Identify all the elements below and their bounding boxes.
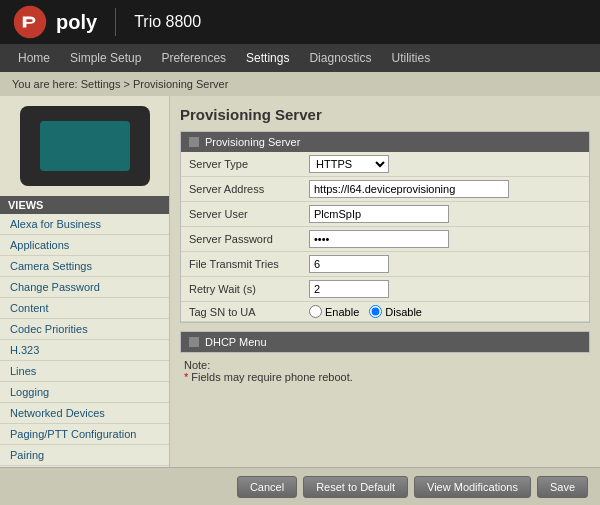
provisioning-section-title: Provisioning Server — [205, 136, 300, 148]
retry-wait-label: Retry Wait (s) — [189, 283, 309, 295]
note-text: Fields may require phone reboot. — [188, 371, 352, 383]
nav-settings[interactable]: Settings — [236, 47, 299, 69]
views-label: VIEWS — [0, 196, 169, 214]
nav-diagnostics[interactable]: Diagnostics — [299, 47, 381, 69]
sidebar-item-pairing[interactable]: Pairing — [0, 445, 169, 466]
disable-radio-label[interactable]: Disable — [369, 305, 422, 318]
server-address-label: Server Address — [189, 183, 309, 195]
file-transmit-row: File Transmit Tries — [181, 252, 589, 277]
sidebar-item-camera[interactable]: Camera Settings — [0, 256, 169, 277]
server-password-row: Server Password — [181, 227, 589, 252]
content-area: Provisioning Server Provisioning Server … — [170, 96, 600, 467]
poly-logo-icon — [12, 4, 48, 40]
retry-wait-row: Retry Wait (s) — [181, 277, 589, 302]
device-image-area — [0, 96, 169, 196]
sidebar-item-alexa[interactable]: Alexa for Business — [0, 214, 169, 235]
server-user-row: Server User — [181, 202, 589, 227]
cancel-button[interactable]: Cancel — [237, 476, 297, 498]
device-screen — [40, 121, 130, 171]
enable-label-text: Enable — [325, 306, 359, 318]
sidebar-item-paging[interactable]: Paging/PTT Configuration — [0, 424, 169, 445]
main-nav: Home Simple Setup Preferences Settings D… — [0, 44, 600, 72]
sidebar-item-logging[interactable]: Logging — [0, 382, 169, 403]
sidebar-item-networked[interactable]: Networked Devices — [0, 403, 169, 424]
sidebar-item-change-password[interactable]: Change Password — [0, 277, 169, 298]
sidebar-item-content[interactable]: Content — [0, 298, 169, 319]
server-address-row: Server Address — [181, 177, 589, 202]
server-password-label: Server Password — [189, 233, 309, 245]
footer: Cancel Reset to Default View Modificatio… — [0, 467, 600, 505]
header-divider — [115, 8, 116, 36]
dhcp-collapse-icon[interactable] — [189, 337, 199, 347]
nav-preferences[interactable]: Preferences — [151, 47, 236, 69]
sidebar-item-h323[interactable]: H.323 — [0, 340, 169, 361]
server-user-input[interactable] — [309, 205, 449, 223]
retry-wait-input[interactable] — [309, 280, 389, 298]
server-password-input[interactable] — [309, 230, 449, 248]
disable-radio[interactable] — [369, 305, 382, 318]
sidebar-item-phonelock[interactable]: Phone Lock — [0, 466, 169, 467]
server-type-label: Server Type — [189, 158, 309, 170]
logo-container: poly Trio 8800 — [12, 4, 201, 40]
tag-sn-radio-group: Enable Disable — [309, 305, 422, 318]
server-user-label: Server User — [189, 208, 309, 220]
dhcp-section-title: DHCP Menu — [205, 336, 267, 348]
dhcp-section: DHCP Menu — [180, 331, 590, 353]
section-collapse-icon[interactable] — [189, 137, 199, 147]
device-name: Trio 8800 — [134, 13, 201, 31]
device-image — [20, 106, 150, 186]
enable-radio-label[interactable]: Enable — [309, 305, 359, 318]
nav-home[interactable]: Home — [8, 47, 60, 69]
sidebar: VIEWS Alexa for Business Applications Ca… — [0, 96, 170, 467]
sidebar-item-lines[interactable]: Lines — [0, 361, 169, 382]
file-transmit-label: File Transmit Tries — [189, 258, 309, 270]
poly-brand-text: poly — [56, 11, 97, 34]
nav-utilities[interactable]: Utilities — [381, 47, 440, 69]
server-type-row: Server Type HTTPS HTTP FTP TFTP — [181, 152, 589, 177]
server-type-select[interactable]: HTTPS HTTP FTP TFTP — [309, 155, 389, 173]
note-prefix: Note: — [184, 359, 210, 371]
sidebar-item-codec[interactable]: Codec Priorities — [0, 319, 169, 340]
view-modifications-button[interactable]: View Modifications — [414, 476, 531, 498]
provisioning-section-header: Provisioning Server — [181, 132, 589, 152]
dhcp-section-header: DHCP Menu — [181, 332, 589, 352]
server-address-input[interactable] — [309, 180, 509, 198]
enable-radio[interactable] — [309, 305, 322, 318]
tag-sn-label: Tag SN to UA — [189, 306, 309, 318]
nav-simple-setup[interactable]: Simple Setup — [60, 47, 151, 69]
page-title: Provisioning Server — [180, 106, 590, 123]
reset-default-button[interactable]: Reset to Default — [303, 476, 408, 498]
app-header: poly Trio 8800 — [0, 0, 600, 44]
disable-label-text: Disable — [385, 306, 422, 318]
main-layout: VIEWS Alexa for Business Applications Ca… — [0, 96, 600, 467]
tag-sn-row: Tag SN to UA Enable Disable — [181, 302, 589, 322]
sidebar-item-applications[interactable]: Applications — [0, 235, 169, 256]
file-transmit-input[interactable] — [309, 255, 389, 273]
note-area: Note: * Fields may require phone reboot. — [180, 353, 590, 389]
breadcrumb: You are here: Settings > Provisioning Se… — [0, 72, 600, 96]
provisioning-server-section: Provisioning Server Server Type HTTPS HT… — [180, 131, 590, 323]
save-button[interactable]: Save — [537, 476, 588, 498]
breadcrumb-text: You are here: Settings > Provisioning Se… — [12, 78, 228, 90]
